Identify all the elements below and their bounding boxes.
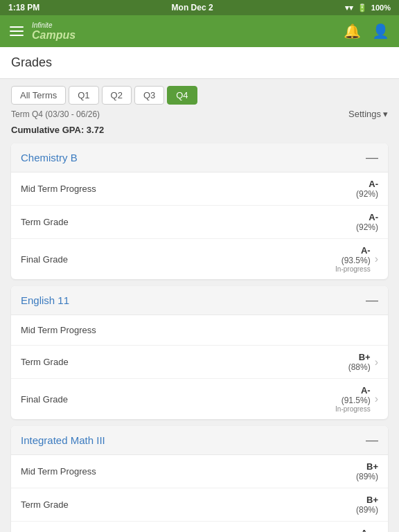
term-info-row: Term Q4 (03/30 - 06/26) Settings ▾: [11, 109, 388, 119]
grade-label-1-1: Term Grade: [21, 357, 69, 367]
grade-row-2-0: Mid Term ProgressB+(89%): [11, 455, 388, 488]
header-left: Infinite Campus: [10, 21, 76, 42]
grade-letter-0-2: A-: [335, 245, 371, 256]
grade-row-0-0: Mid Term ProgressA-(92%): [11, 172, 388, 206]
chevron-right-icon-0-2: ›: [375, 253, 378, 265]
app-header: Infinite Campus 🔔 👤: [0, 15, 399, 47]
courses-container: Chemistry B — Mid Term ProgressA-(92%)Te…: [11, 143, 388, 532]
grade-pct-0-0: (92%): [356, 189, 378, 199]
collapse-icon-0[interactable]: —: [366, 150, 378, 165]
grade-pct-1-1: (88%): [348, 362, 371, 372]
logo-bottom: Campus: [32, 29, 76, 42]
grade-value-0-2: A-(93.5%)In-progress: [335, 245, 371, 273]
course-name-0: Chemistry B: [21, 152, 78, 163]
status-bar-right: ▾▾ 🔋 100%: [345, 3, 391, 12]
settings-button[interactable]: Settings ▾: [348, 109, 388, 119]
grade-pct-0-1: (92%): [356, 222, 378, 232]
page-title: Grades: [0, 47, 399, 79]
collapse-icon-1[interactable]: —: [366, 293, 378, 308]
app-logo: Infinite Campus: [32, 21, 76, 42]
grade-label-1-0: Mid Term Progress: [21, 325, 96, 335]
settings-label: Settings: [348, 109, 381, 119]
grade-row-1-2[interactable]: Final GradeA-(91.5%)In-progress›: [11, 379, 388, 419]
grade-pct-0-2: (93.5%): [335, 256, 371, 265]
tab-q4[interactable]: Q4: [167, 86, 197, 105]
term-label: Term Q4 (03/30 - 06/26): [11, 109, 100, 119]
grade-value-2-0: B+(89%): [356, 461, 378, 481]
grade-value-2-1: B+(89%): [356, 495, 378, 515]
status-bar: 1:18 PM Mon Dec 2 ▾▾ 🔋 100%: [0, 0, 399, 15]
grade-label-0-1: Term Grade: [21, 217, 69, 227]
tab-q3[interactable]: Q3: [134, 86, 164, 105]
grade-value-wrap-0-0: A-(92%): [356, 179, 378, 199]
course-header-1[interactable]: English 11 —: [11, 286, 388, 315]
grade-value-1-2: A-(91.5%)In-progress: [335, 385, 371, 413]
logo-top: Infinite: [32, 21, 76, 29]
grade-row-2-1: Term GradeB+(89%): [11, 488, 388, 522]
grade-pct-2-0: (89%): [356, 472, 378, 481]
battery-label: 100%: [371, 3, 391, 12]
grade-row-1-1[interactable]: Term GradeB+(88%)›: [11, 346, 388, 379]
course-name-2: Integrated Math III: [21, 434, 105, 446]
course-header-0[interactable]: Chemistry B —: [11, 143, 388, 172]
battery-icon: 🔋: [357, 3, 367, 12]
main-content: All TermsQ1Q2Q3Q4 Term Q4 (03/30 - 06/26…: [0, 79, 399, 532]
grade-value-wrap-0-2: A-(93.5%)In-progress›: [335, 245, 378, 273]
grade-pct-2-1: (89%): [356, 505, 378, 515]
grade-letter-0-1: A-: [356, 212, 378, 222]
grade-value-0-0: A-(92%): [356, 179, 378, 199]
grade-letter-1-1: B+: [348, 352, 371, 362]
course-card-2: Integrated Math III — Mid Term ProgressB…: [11, 426, 388, 532]
grade-value-2-2: A-(93.5%)In-progress: [335, 528, 371, 532]
grade-value-wrap-1-2: A-(91.5%)In-progress›: [335, 385, 378, 413]
grade-pct-1-2: (91.5%): [335, 396, 371, 405]
grade-label-1-2: Final Grade: [21, 394, 68, 405]
tab-q1[interactable]: Q1: [69, 86, 98, 105]
grade-value-wrap-2-2: A-(93.5%)In-progress›: [335, 528, 378, 532]
grade-letter-2-2: A-: [335, 528, 371, 532]
grade-label-0-2: Final Grade: [21, 254, 68, 265]
cumulative-gpa: Cumulative GPA: 3.72: [11, 125, 388, 135]
chevron-right-icon-1-2: ›: [375, 393, 378, 405]
tab-all-terms[interactable]: All Terms: [11, 86, 66, 105]
tab-q2[interactable]: Q2: [102, 86, 132, 105]
grade-label-0-0: Mid Term Progress: [21, 184, 96, 194]
course-card-1: English 11 — Mid Term ProgressTerm Grade…: [11, 286, 388, 419]
settings-chevron-icon: ▾: [383, 109, 388, 119]
profile-icon[interactable]: 👤: [372, 23, 389, 39]
grade-label-2-1: Term Grade: [21, 499, 69, 510]
grade-letter-2-1: B+: [356, 495, 378, 505]
term-tabs: All TermsQ1Q2Q3Q4: [11, 86, 388, 105]
grade-value-wrap-0-1: A-(92%): [356, 212, 378, 232]
grade-label-2-0: Mid Term Progress: [21, 466, 96, 477]
wifi-icon: ▾▾: [345, 3, 353, 12]
grade-value-wrap-1-1: B+(88%)›: [348, 352, 378, 372]
grade-value-0-1: A-(92%): [356, 212, 378, 232]
grade-letter-0-0: A-: [356, 179, 378, 189]
grade-value-1-1: B+(88%): [348, 352, 371, 372]
notification-icon[interactable]: 🔔: [344, 23, 361, 39]
grade-value-wrap-2-1: B+(89%): [356, 495, 378, 515]
grade-row-2-2[interactable]: Final GradeA-(93.5%)In-progress›: [11, 522, 388, 532]
menu-button[interactable]: [10, 26, 24, 36]
status-time: 1:18 PM: [8, 3, 39, 12]
chevron-right-icon-1-1: ›: [375, 356, 378, 369]
grade-row-1-0: Mid Term Progress: [11, 315, 388, 346]
grade-row-0-2[interactable]: Final GradeA-(93.5%)In-progress›: [11, 239, 388, 279]
grade-value-wrap-2-0: B+(89%): [356, 461, 378, 481]
grade-letter-2-0: B+: [356, 461, 378, 472]
grade-letter-1-2: A-: [335, 385, 371, 396]
collapse-icon-2[interactable]: —: [366, 433, 378, 447]
course-card-0: Chemistry B — Mid Term ProgressA-(92%)Te…: [11, 143, 388, 279]
in-progress-label-1-2: In-progress: [335, 405, 371, 413]
header-right: 🔔 👤: [344, 23, 389, 39]
course-header-2[interactable]: Integrated Math III —: [11, 426, 388, 455]
grade-row-0-1: Term GradeA-(92%): [11, 206, 388, 239]
status-date: Mon Dec 2: [172, 3, 213, 12]
in-progress-label-0-2: In-progress: [335, 265, 371, 273]
course-name-1: English 11: [21, 294, 69, 306]
